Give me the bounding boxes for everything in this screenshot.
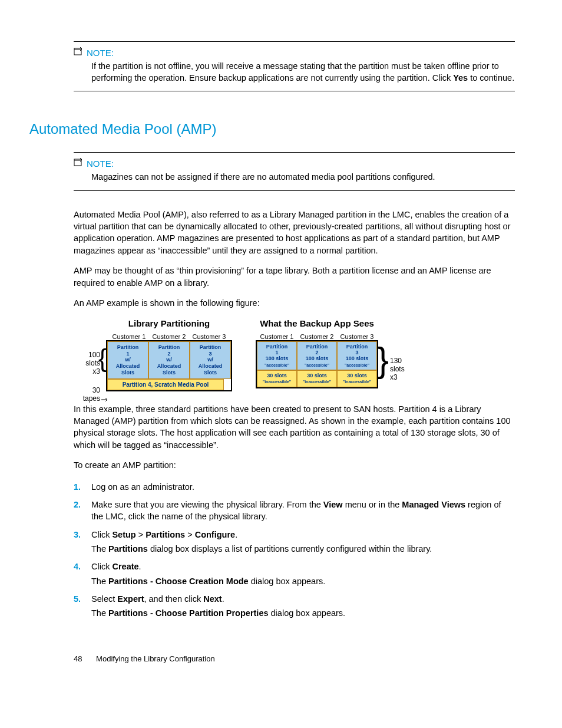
note-icon [74, 157, 83, 169]
paragraph: To create an AMP partition: [74, 459, 515, 471]
customer-header: Customer 2 [297, 333, 336, 340]
diagram-right-title: What the Backup App Sees [256, 318, 378, 328]
page-footer: 48 Modifying the Library Configuration [74, 654, 515, 663]
customer-header: Customer 2 [150, 333, 189, 340]
step-item: Click Setup > Partitions > Configure. Th… [74, 529, 515, 555]
note-label: NOTE: [87, 159, 114, 169]
arrow-icon [101, 394, 108, 404]
diagram-left-title: Library Partitioning [106, 318, 232, 328]
customer-header: Customer 1 [257, 333, 296, 340]
partition-cell: Partition2w/AllocatedSlots [148, 341, 190, 379]
step-item: Log on as an administrator. [74, 481, 515, 493]
section-heading: Automated Media Pool (AMP) [29, 121, 515, 137]
label-30-tapes: 30tapes [74, 386, 100, 403]
scratch-pool-cell: Partition 4, Scratch Media Pool [107, 379, 224, 390]
inaccessible-cell: 30 slots"inaccessible" [297, 370, 337, 387]
note1-post: to continue. [468, 73, 514, 83]
customer-header-row: Customer 1 Customer 2 Customer 3 [256, 333, 378, 340]
paragraph: AMP may be thought of as “thin provision… [74, 265, 515, 289]
brace-icon: } [377, 348, 389, 373]
step-item: Click Create. The Partitions - Choose Cr… [74, 561, 515, 587]
note-label: NOTE: [87, 48, 114, 58]
label-130-slots: 130slotsx3 [390, 357, 414, 381]
steps-list: Log on as an administrator. Make sure th… [74, 481, 515, 620]
step-item: Make sure that you are viewing the physi… [74, 499, 515, 523]
partition-table: Partition1100 slots"accessible" Partitio… [256, 340, 378, 388]
paragraph: In this example, three standard partitio… [74, 403, 515, 451]
partition-cell: Partition1100 slots"accessible" [257, 341, 297, 370]
footer-title: Modifying the Library Configuration [96, 654, 215, 663]
page-number: 48 [74, 654, 82, 663]
partition-cell: Partition1w/AllocatedSlots [107, 341, 148, 379]
note-text: If the partition is not offline, you wil… [91, 61, 515, 84]
step-item: Select Expert, and then click Next. The … [74, 593, 515, 620]
note1-pre: If the partition is not offline, you wil… [91, 61, 499, 83]
customer-header: Customer 3 [338, 333, 376, 340]
amp-diagram: Library Partitioning Customer 1 Customer… [74, 318, 515, 391]
note-block-1: NOTE: If the partition is not offline, y… [74, 41, 515, 91]
inaccessible-cell: 30 slots"inaccessible" [337, 370, 377, 387]
inaccessible-cell: 30 slots"inaccessible" [257, 370, 297, 387]
diagram-backup-app-sees: What the Backup App Sees Customer 1 Cust… [256, 318, 414, 391]
diagram-library-partitioning: Library Partitioning Customer 1 Customer… [74, 318, 232, 391]
note-block-2: NOTE: Magazines can not be assigned if t… [74, 152, 515, 191]
document-page: NOTE: If the partition is not offline, y… [0, 0, 562, 687]
customer-header: Customer 1 [110, 333, 148, 340]
brace-icon: { [98, 351, 107, 365]
note-header: NOTE: [74, 157, 515, 169]
customer-header-row: Customer 1 Customer 2 Customer 3 [106, 333, 232, 340]
label-100-slots: 100slotsx3 [71, 351, 100, 375]
note-text: Magazines can not be assigned if there a… [91, 172, 515, 183]
customer-header: Customer 3 [190, 333, 229, 340]
partition-table: Partition1w/AllocatedSlots Partition2w/A… [106, 340, 232, 391]
note-icon [74, 47, 83, 58]
partition-cell: Partition3w/AllocatedSlots [190, 341, 231, 379]
partition-cell: Partition2100 slots"accessible" [297, 341, 337, 370]
paragraph: Automated Media Pool (AMP), also referre… [74, 209, 515, 256]
note-header: NOTE: [74, 47, 515, 58]
partition-cell: Partition3100 slots"accessible" [337, 341, 377, 370]
note1-bold: Yes [453, 73, 468, 83]
paragraph: An AMP example is shown in the following… [74, 297, 515, 309]
